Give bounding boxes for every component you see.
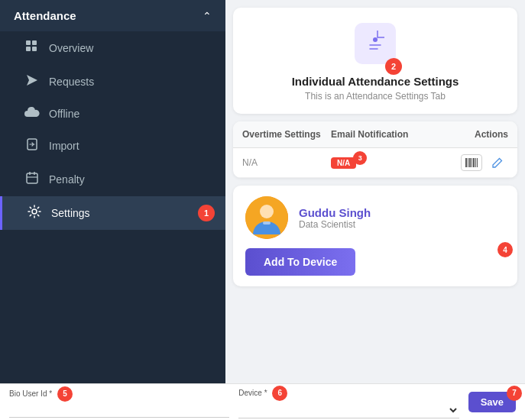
svg-rect-18 bbox=[475, 158, 476, 167]
profile-role: Data Scientist bbox=[299, 219, 371, 230]
chevron-up-icon: ⌃ bbox=[203, 10, 212, 22]
device-field: Device * 6 bbox=[238, 386, 459, 418]
avatar bbox=[245, 196, 288, 239]
device-label-badge: 6 bbox=[272, 386, 287, 401]
bio-user-id-field: Bio User Id * 5 bbox=[9, 386, 229, 418]
col-email: Email Notification bbox=[331, 129, 420, 140]
main-content: 2 Individual Attendance Settings This is… bbox=[225, 0, 525, 420]
svg-marker-4 bbox=[27, 75, 37, 86]
profile-info: Guddu Singh Data Scientist bbox=[299, 206, 371, 230]
profile-card: Guddu Singh Data Scientist Add To Device… bbox=[233, 186, 517, 286]
device-label: Device * 6 bbox=[238, 386, 459, 401]
sidebar-item-settings[interactable]: Settings 1 bbox=[0, 196, 225, 230]
sidebar-item-offline[interactable]: Offline bbox=[0, 99, 225, 129]
email-badge-number: 3 bbox=[353, 151, 367, 165]
sidebar-item-label: Offline bbox=[49, 108, 79, 120]
calendar-icon bbox=[24, 171, 40, 188]
sidebar-item-label: Settings bbox=[51, 207, 90, 219]
import-icon bbox=[24, 137, 40, 154]
send-icon bbox=[24, 73, 40, 90]
settings-badge: 1 bbox=[198, 205, 215, 221]
svg-point-21 bbox=[260, 205, 274, 218]
col-overtime: Overtime Settings bbox=[242, 129, 331, 140]
svg-rect-19 bbox=[477, 158, 478, 167]
svg-point-10 bbox=[32, 209, 37, 214]
svg-rect-11 bbox=[365, 31, 385, 57]
device-select[interactable] bbox=[238, 402, 459, 418]
sidebar-item-label: Requests bbox=[49, 76, 94, 88]
table-row: N/A N/A 3 bbox=[233, 148, 517, 178]
sidebar-header: Attendance ⌃ bbox=[0, 0, 225, 31]
table-section: Overtime Settings Email Notification Act… bbox=[233, 121, 517, 178]
sidebar-item-label: Import bbox=[49, 140, 79, 152]
svg-rect-16 bbox=[472, 158, 472, 167]
bio-user-id-badge: 5 bbox=[57, 386, 73, 402]
sidebar-item-label: Overview bbox=[49, 42, 93, 54]
na-badge: N/A bbox=[331, 157, 356, 169]
email-notification-cell: N/A 3 bbox=[331, 157, 420, 169]
add-device-badge: 4 bbox=[497, 242, 513, 257]
grid-icon bbox=[24, 40, 40, 57]
profile-top: Guddu Singh Data Scientist bbox=[245, 196, 505, 239]
attendance-card-subtitle: This is an Attendance Settings Tab bbox=[305, 91, 446, 102]
gear-icon bbox=[27, 205, 42, 221]
col-actions: Actions bbox=[420, 129, 508, 140]
sidebar-item-penalty[interactable]: Penalty bbox=[0, 163, 225, 196]
sidebar-item-overview[interactable]: Overview bbox=[0, 31, 225, 65]
profile-name: Guddu Singh bbox=[299, 206, 371, 219]
overtime-value: N/A bbox=[242, 157, 331, 168]
svg-rect-17 bbox=[473, 158, 475, 167]
sidebar-header-title: Attendance bbox=[14, 9, 76, 22]
cloud-icon bbox=[24, 107, 40, 121]
edit-icon-btn[interactable] bbox=[487, 154, 508, 171]
bottom-bar: Bio User Id * 5 Device * 6 Save 7 bbox=[0, 383, 525, 420]
svg-rect-14 bbox=[468, 158, 468, 167]
svg-rect-3 bbox=[32, 47, 37, 51]
sidebar-item-label: Penalty bbox=[49, 173, 85, 186]
svg-rect-1 bbox=[32, 40, 37, 45]
attendance-card-badge: 2 bbox=[385, 58, 402, 75]
attendance-card-title: Individual Attendance Settings bbox=[292, 75, 459, 88]
sidebar: Attendance ⌃ Overview Requests Offline I… bbox=[0, 0, 225, 420]
svg-rect-0 bbox=[26, 40, 31, 45]
actions-cell bbox=[420, 154, 508, 171]
svg-rect-15 bbox=[469, 158, 471, 167]
svg-rect-13 bbox=[465, 158, 467, 167]
table-header: Overtime Settings Email Notification Act… bbox=[233, 121, 517, 148]
bio-user-id-label: Bio User Id * 5 bbox=[9, 386, 229, 402]
sidebar-item-import[interactable]: Import bbox=[0, 129, 225, 163]
add-to-device-button[interactable]: Add To Device bbox=[245, 248, 355, 276]
svg-rect-2 bbox=[26, 47, 31, 51]
save-badge: 7 bbox=[507, 386, 522, 401]
svg-rect-6 bbox=[27, 173, 37, 183]
sidebar-item-requests[interactable]: Requests bbox=[0, 65, 225, 99]
action-icons bbox=[420, 154, 508, 171]
bio-user-id-input[interactable] bbox=[9, 403, 229, 418]
attendance-card: 2 Individual Attendance Settings This is… bbox=[233, 8, 517, 114]
barcode-icon-btn[interactable] bbox=[461, 154, 482, 171]
svg-rect-22 bbox=[263, 221, 271, 225]
svg-point-12 bbox=[373, 37, 378, 42]
